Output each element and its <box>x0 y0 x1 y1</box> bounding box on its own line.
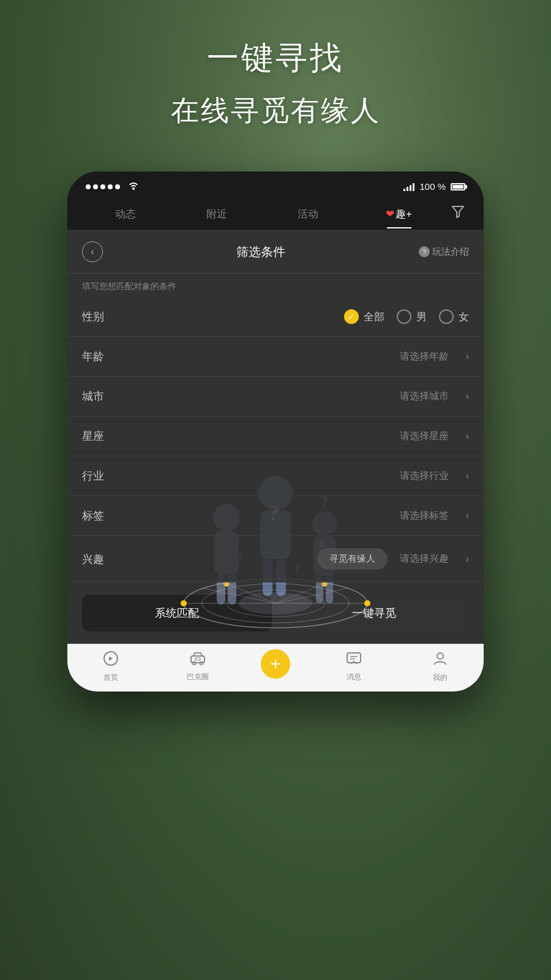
panel-subtitle: 填写您想匹配对象的条件 <box>67 274 484 297</box>
dot-2 <box>93 184 98 189</box>
filter-icon[interactable] <box>444 198 471 230</box>
tags-content: 请选择标签 › <box>119 510 469 522</box>
carrier-dots <box>86 184 120 189</box>
interest-filter-row[interactable]: 兴趣 寻觅有缘人 请选择兴趣 › <box>67 536 484 582</box>
svg-point-9 <box>181 600 187 606</box>
city-content: 请选择城市 › <box>119 390 469 403</box>
tab-fujin[interactable]: 附近 <box>171 200 262 228</box>
headline-2: 在线寻觅有缘人 <box>0 92 551 130</box>
svg-rect-36 <box>195 658 200 660</box>
city-filter-row[interactable]: 城市 请选择城市 › <box>67 377 484 417</box>
tab-dongtai[interactable]: 动态 <box>80 200 171 228</box>
interest-badge[interactable]: 寻觅有缘人 <box>317 548 388 570</box>
svg-point-10 <box>364 600 370 606</box>
nav-tabs: 动态 附近 活动 ❤趣+ <box>67 198 484 230</box>
gender-male-option[interactable]: 男 <box>397 309 427 324</box>
tab-huodong[interactable]: 活动 <box>262 200 353 228</box>
help-label: 玩法介绍 <box>432 246 469 258</box>
age-content: 请选择年龄 › <box>119 350 469 363</box>
car-icon <box>189 651 206 669</box>
home-icon <box>103 650 119 670</box>
interest-placeholder: 请选择兴趣 <box>400 552 449 565</box>
gender-all-radio[interactable]: ✓ <box>344 309 359 324</box>
constellation-filter-row[interactable]: 星座 请选择星座 › <box>67 417 484 456</box>
constellation-content: 请选择星座 › <box>119 430 469 443</box>
tab-quu-plus[interactable]: ❤趣+ <box>353 200 444 228</box>
nav-home[interactable]: 首页 <box>67 650 154 683</box>
svg-point-30 <box>239 592 312 614</box>
gender-filter-row: 性别 ✓ 全部 男 女 <box>67 297 484 337</box>
nav-messages[interactable]: 消息 <box>310 651 397 682</box>
city-arrow-icon: › <box>466 391 469 402</box>
profile-icon <box>432 650 448 670</box>
messages-icon <box>346 651 362 669</box>
interest-arrow-icon: › <box>466 554 469 565</box>
help-icon: ? <box>419 246 430 257</box>
nav-profile[interactable]: 我的 <box>397 650 484 683</box>
tags-filter-row[interactable]: 标签 请选择标签 › <box>67 496 484 536</box>
gender-all-option[interactable]: ✓ 全部 <box>344 309 384 324</box>
panel-header: ‹ 筛选条件 ? 玩法介绍 <box>67 230 484 274</box>
constellation-placeholder: 请选择星座 <box>400 430 449 443</box>
city-placeholder: 请选择城市 <box>400 390 449 403</box>
battery-icon <box>451 183 465 190</box>
industry-filter-row[interactable]: 行业 请选择行业 › <box>67 456 484 496</box>
gender-female-option[interactable]: 女 <box>439 309 469 324</box>
nav-messages-label: 消息 <box>347 672 361 682</box>
gender-male-label: 男 <box>416 310 427 324</box>
status-left <box>86 180 140 193</box>
gender-options: ✓ 全部 男 女 <box>119 309 469 324</box>
tags-arrow-icon: › <box>466 510 469 521</box>
constellation-arrow-icon: › <box>466 431 469 442</box>
nav-bakuquan[interactable]: 巴克圈 <box>154 651 241 682</box>
filter-panel: ‹ 筛选条件 ? 玩法介绍 填写您想匹配对象的条件 <box>67 230 484 644</box>
heart-icon: ❤ <box>386 208 394 220</box>
interest-content: 寻觅有缘人 请选择兴趣 › <box>119 548 469 570</box>
gender-female-radio[interactable] <box>439 309 454 324</box>
nav-bakuquan-label: 巴克圈 <box>187 672 209 682</box>
interest-label: 兴趣 <box>82 552 119 567</box>
dot-3 <box>100 184 105 189</box>
dot-4 <box>108 184 113 189</box>
dot-5 <box>115 184 120 189</box>
industry-label: 行业 <box>82 469 119 483</box>
nav-plus[interactable]: + <box>241 655 310 679</box>
battery-percent: 100 % <box>419 181 446 192</box>
age-placeholder: 请选择年龄 <box>400 350 449 363</box>
nav-home-label: 首页 <box>103 673 118 683</box>
signal-icon <box>403 183 414 191</box>
top-text-section: 一键寻找 在线寻觅有缘人 <box>0 0 551 130</box>
city-label: 城市 <box>82 389 119 404</box>
industry-placeholder: 请选择行业 <box>400 470 449 483</box>
age-label: 年龄 <box>82 349 119 364</box>
wifi-icon <box>127 180 140 193</box>
constellation-label: 星座 <box>82 429 119 443</box>
headline-1: 一键寻找 <box>0 37 551 80</box>
panel-content: ? ? ? ? ? 性别 ✓ 全部 <box>67 297 484 644</box>
gender-female-label: 女 <box>459 310 469 324</box>
gender-all-label: 全部 <box>364 310 384 324</box>
industry-arrow-icon: › <box>466 470 469 481</box>
nav-profile-label: 我的 <box>433 673 448 683</box>
dot-1 <box>86 184 91 189</box>
industry-content: 请选择行业 › <box>119 470 469 483</box>
status-right: 100 % <box>403 181 465 192</box>
gender-label: 性别 <box>82 309 119 324</box>
bottom-nav: 首页 巴克圈 + <box>67 644 484 692</box>
tags-placeholder: 请选择标签 <box>400 510 449 522</box>
plus-icon: + <box>270 655 281 673</box>
tags-label: 标签 <box>82 508 119 523</box>
panel-title: 筛选条件 <box>236 244 285 260</box>
age-arrow-icon: › <box>466 351 469 362</box>
phone-frame: 100 % 动态 附近 活动 ❤趣+ ‹ <box>67 172 484 692</box>
svg-point-40 <box>437 653 443 659</box>
age-filter-row[interactable]: 年龄 请选择年龄 › <box>67 337 484 377</box>
svg-marker-32 <box>109 657 113 661</box>
plus-button[interactable]: + <box>261 649 290 679</box>
gender-male-radio[interactable] <box>397 309 411 324</box>
back-button[interactable]: ‹ <box>82 241 103 262</box>
help-link[interactable]: ? 玩法介绍 <box>419 246 469 258</box>
status-bar: 100 % <box>67 172 484 198</box>
